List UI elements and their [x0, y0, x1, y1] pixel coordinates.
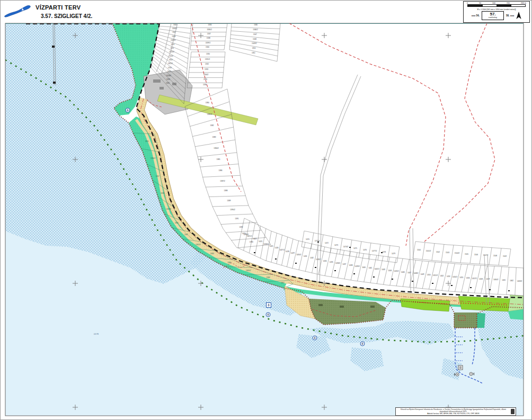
- parcel-number: 1320: [166, 82, 170, 84]
- parcel-number: 1477/2: [372, 250, 377, 252]
- parcel-number: 1387/2: [220, 180, 225, 182]
- harbor-basin-strip: [477, 312, 485, 328]
- parcel-number: 1335: [203, 78, 207, 81]
- parcel-number: 1421/2: [247, 235, 252, 237]
- parcel-number: 1339/2: [206, 42, 211, 44]
- parcel-number: 1454/2: [453, 276, 458, 278]
- parcel-number: 1471/2: [315, 240, 320, 242]
- parcel-number: 1474/2: [343, 246, 349, 248]
- scale-bar: 0 50 100 150 200 m: [464, 2, 529, 8]
- parcel-number: 1462: [510, 280, 513, 282]
- buildings-south: [381, 252, 383, 253]
- parcel-number: 1444: [388, 270, 392, 272]
- parcel-number: 1423: [259, 240, 262, 243]
- parcel-number: 1382: [210, 124, 214, 127]
- parcel-number: 1456: [466, 277, 470, 279]
- parcel-number: 1449: [421, 273, 424, 275]
- prev-sheet-label: ««« 56.: [472, 14, 480, 17]
- parcel-number: 1362/2: [196, 244, 201, 246]
- parcel-number: 1346/2: [253, 29, 258, 31]
- parcel-number: 1312/2: [169, 51, 174, 53]
- map-viewport[interactable]: 13551356/2135713581359/2136013611362/213…: [5, 19, 524, 416]
- parcel-number: 1459: [486, 278, 490, 280]
- buildings-south: [470, 287, 472, 288]
- parcel-number: 1318/2: [166, 75, 172, 77]
- parcel-number: 1430/2: [296, 254, 302, 256]
- parcel-number: 1503: [446, 252, 449, 254]
- parcel-number: 1357: [156, 175, 159, 177]
- parcel-number: 1434: [323, 260, 327, 262]
- scale-tick: 50: [479, 2, 481, 4]
- parcel-number: 1478: [382, 251, 386, 253]
- parcel-number: 1330: [206, 53, 210, 55]
- buildings-south: [353, 273, 355, 274]
- parcel-number: 1447: [407, 272, 411, 274]
- parcel-number: 1317: [167, 70, 171, 73]
- parcel-number: 1335: [208, 24, 212, 26]
- parcel-number: 1460/2: [493, 279, 499, 281]
- parcel-number: 1366: [267, 276, 270, 279]
- parcel-number: 1472: [325, 242, 329, 244]
- parcel-number: 1384/2: [214, 147, 219, 149]
- sheet-word: szelvény: [482, 16, 503, 19]
- parcel-number: 1350: [252, 47, 256, 49]
- parcel-number: 1501/2: [426, 250, 431, 252]
- olive-buildings: [318, 304, 323, 306]
- parcel-number: 1461: [502, 279, 506, 281]
- parcel-number: 1438: [349, 264, 353, 266]
- parcel-number: 1479: [392, 253, 395, 255]
- parcel-number: 1425: [270, 245, 273, 247]
- buildings-south: [254, 252, 255, 253]
- parcel-number: 1500: [417, 249, 421, 251]
- parcel-number: 1305: [173, 24, 177, 26]
- credit-line-1: Készült az Épített Környezet Információs…: [397, 408, 510, 413]
- scale-tick: 100: [492, 2, 495, 4]
- parcel-number: 1437: [342, 263, 346, 265]
- parcel-number: 1457/2: [472, 278, 477, 280]
- parcel-number: 1452: [440, 275, 444, 277]
- buildings-south: [412, 281, 413, 282]
- parcel-number: 1336/2: [207, 29, 212, 31]
- parcel-number: 1360: [175, 222, 179, 224]
- parcel-number: 1436/2: [335, 262, 341, 264]
- parcel-number: 1338: [207, 37, 210, 39]
- parcel-number: 1316: [168, 67, 172, 69]
- buildings-south: [489, 289, 491, 290]
- next-sheet-label: 58. »»»: [506, 14, 514, 17]
- parcel-number: 1426: [275, 247, 279, 249]
- scale-tick: 0: [467, 2, 468, 4]
- parcel-number: 1333: [205, 68, 208, 70]
- parcel-number: 1448/2: [413, 272, 419, 274]
- sheet-subtitle: 3.57. SZIGLIGET 4/2.: [41, 13, 92, 19]
- parcel-number: 1314: [169, 59, 173, 61]
- credit-line-2: Adatok forrása: MK, BFKH, BM, ITM, KDTVI…: [397, 413, 510, 415]
- buildings-south: [315, 267, 316, 268]
- map-canvas[interactable]: 13551356/2135713581359/2136013611362/213…: [5, 19, 524, 416]
- parcel-number: 1435: [330, 261, 333, 263]
- parcel-number: 1450: [427, 274, 431, 276]
- parcel-number: 1463/2: [517, 280, 522, 282]
- parcel-number: 1313: [170, 55, 173, 57]
- parcel-number: 1361: [184, 234, 188, 236]
- olive-zone-harbor-texture: [454, 312, 477, 328]
- parcel-number: 1502: [436, 251, 440, 253]
- gray-zone-building-1: [153, 79, 161, 83]
- parcel-number: 1451/2: [433, 274, 438, 276]
- parcel-number: 1337: [207, 33, 211, 35]
- parcel-number: 1505: [465, 253, 468, 255]
- parcel-number: 1331/2: [205, 58, 210, 60]
- parcel-number: 1308: [172, 35, 175, 38]
- parcel-number: 1358: [161, 192, 164, 194]
- scale-tick: 200 m: [521, 2, 526, 4]
- parcel-number: 1383: [212, 136, 216, 138]
- parcel-number: 1349/2: [252, 42, 257, 44]
- parcel-number: 1351: [252, 52, 255, 54]
- buildings-south: [392, 279, 393, 280]
- buildings-south: [275, 258, 277, 260]
- buildings-south: [349, 247, 351, 248]
- parcel-number: 1381/2: [207, 113, 212, 115]
- scale-tick: 150: [507, 2, 510, 4]
- parcel-number: 1443: [382, 269, 385, 271]
- parcel-number: 1420: [242, 233, 246, 235]
- parcel-number: 1473: [334, 244, 338, 246]
